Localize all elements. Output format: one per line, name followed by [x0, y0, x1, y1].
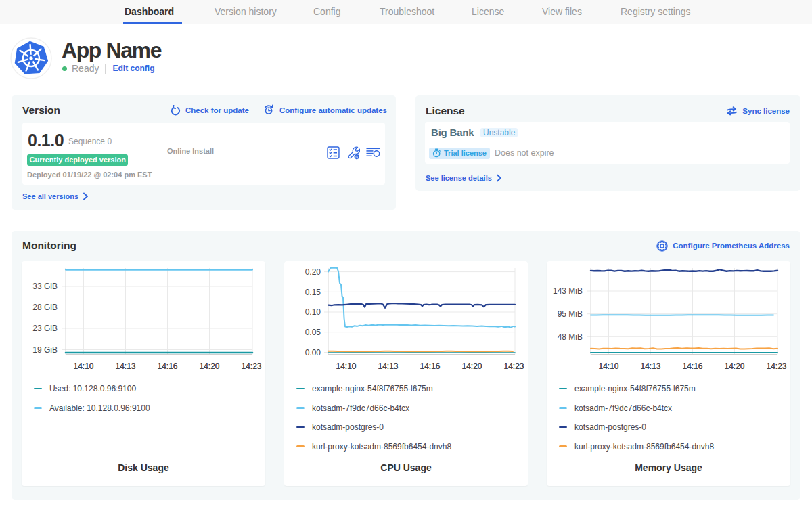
svg-text:14:23: 14:23 — [503, 361, 524, 371]
svg-text:14:16: 14:16 — [157, 361, 177, 371]
svg-text:14:23: 14:23 — [766, 361, 786, 371]
svg-text:33 GiB: 33 GiB — [32, 282, 58, 291]
svg-text:0.05: 0.05 — [305, 328, 321, 337]
svg-text:48 MiB: 48 MiB — [558, 332, 583, 342]
svg-text:14:13: 14:13 — [378, 361, 398, 371]
svg-text:19 GiB: 19 GiB — [32, 345, 58, 355]
svg-text:14:23: 14:23 — [241, 361, 261, 371]
svg-text:95 MiB: 95 MiB — [558, 309, 583, 319]
svg-text:0.20: 0.20 — [305, 267, 321, 277]
svg-text:14:10: 14:10 — [598, 361, 618, 371]
svg-text:0.00: 0.00 — [305, 348, 321, 357]
svg-text:14:16: 14:16 — [420, 361, 440, 371]
svg-text:14:10: 14:10 — [336, 361, 356, 371]
svg-text:23 GiB: 23 GiB — [32, 324, 58, 333]
svg-text:14:16: 14:16 — [682, 361, 702, 371]
svg-text:0.10: 0.10 — [305, 307, 321, 317]
svg-text:143 MiB: 143 MiB — [553, 286, 583, 296]
svg-text:28 GiB: 28 GiB — [32, 303, 58, 312]
svg-text:0.15: 0.15 — [305, 288, 321, 297]
svg-text:14:10: 14:10 — [73, 361, 93, 371]
svg-text:14:13: 14:13 — [115, 361, 135, 371]
svg-text:14:20: 14:20 — [199, 361, 219, 371]
svg-text:14:20: 14:20 — [724, 361, 744, 371]
svg-text:14:20: 14:20 — [461, 361, 482, 371]
svg-text:14:13: 14:13 — [640, 361, 660, 371]
